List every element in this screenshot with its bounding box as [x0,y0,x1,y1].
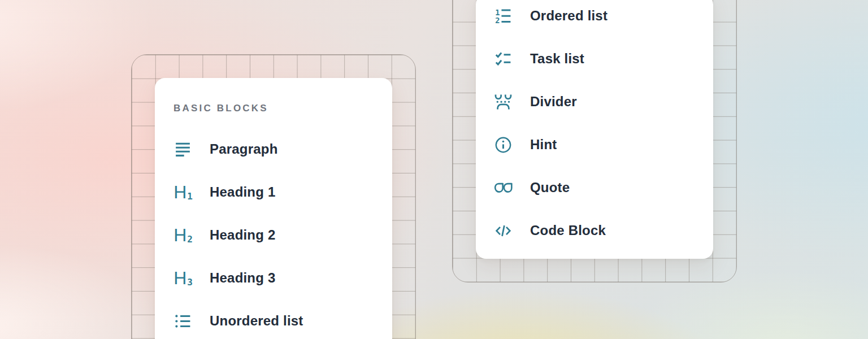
paragraph-icon [173,140,192,159]
menu-item-label: Code Block [530,223,606,238]
code-block-icon [494,221,513,240]
menu-item-label: Paragraph [210,141,278,157]
menu-item-ordered-list[interactable]: 1 2 Ordered list [494,0,713,37]
blocks-menu-continued: 1 2 Ordered list Task list [476,0,713,259]
task-list-icon [494,50,513,68]
menu-item-heading-3[interactable]: H3 Heading 3 [173,257,392,299]
menu-item-heading-1[interactable]: H1 Heading 1 [173,171,392,214]
menu-item-hint[interactable]: Hint [494,123,713,166]
gradient-background: BASIC BLOCKS Paragraph H1 Heading 1 H2 H… [0,0,868,339]
menu-item-label: Task list [530,51,584,67]
section-title: BASIC BLOCKS [173,102,392,115]
menu-item-unordered-list[interactable]: Unordered list [173,299,392,339]
menu-item-heading-2[interactable]: H2 Heading 2 [173,214,392,257]
menu-item-divider[interactable]: Divider [494,80,713,123]
divider-icon [494,93,513,111]
menu-item-label: Unordered list [210,313,303,329]
menu-item-label: Divider [530,94,577,110]
menu-item-label: Hint [530,137,557,153]
heading-3-icon: H3 [173,269,192,288]
menu-item-code-block[interactable]: Code Block [494,209,713,252]
heading-1-icon: H1 [173,183,192,202]
menu-item-label: Heading 3 [210,270,276,286]
menu-item-quote[interactable]: Quote [494,166,713,209]
menu-item-task-list[interactable]: Task list [494,37,713,80]
hint-icon [494,136,513,154]
menu-item-paragraph[interactable]: Paragraph [173,128,392,171]
heading-2-icon: H2 [173,226,192,245]
menu-item-label: Quote [530,180,570,195]
menu-item-label: Ordered list [530,8,607,24]
unordered-list-icon [173,312,192,331]
ordered-list-icon: 1 2 [494,7,513,25]
menu-item-label: Heading 1 [210,184,276,200]
quote-icon [494,179,513,197]
menu-item-label: Heading 2 [210,227,276,243]
svg-text:2: 2 [495,16,500,25]
basic-blocks-menu: BASIC BLOCKS Paragraph H1 Heading 1 H2 H… [155,78,392,339]
